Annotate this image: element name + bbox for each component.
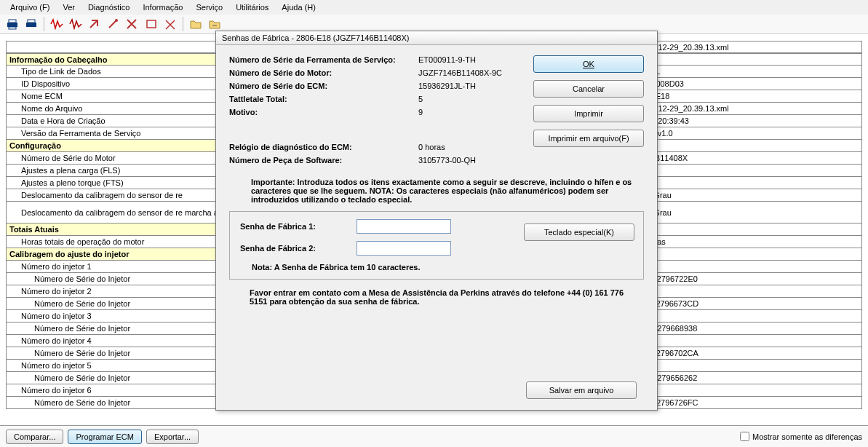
ok-button[interactable]: OK xyxy=(533,55,644,73)
compare-button[interactable]: Comparar... xyxy=(6,430,63,444)
info-label: Tattletale Total: xyxy=(229,95,418,103)
special-keyboard-button[interactable]: Teclado especial(K) xyxy=(524,224,634,241)
info-label: Número de Série do Motor: xyxy=(229,68,418,77)
menu-informacao[interactable]: Informação xyxy=(137,1,188,13)
program-ecm-button[interactable]: Programar ECM xyxy=(68,430,141,444)
print-button[interactable]: Imprimir xyxy=(533,105,644,122)
svg-point-5 xyxy=(115,19,118,22)
tool3-icon[interactable] xyxy=(124,16,140,32)
save-file-button[interactable]: Salvar em arquivo xyxy=(526,381,637,399)
menu-ajuda[interactable]: Ajuda (H) xyxy=(276,1,321,13)
info-label: Motivo: xyxy=(229,108,418,116)
export-button[interactable]: Exportar... xyxy=(146,430,199,444)
info-value: 3105773-00-QH xyxy=(418,156,644,165)
info-label: Número de Série da Ferramenta de Serviço… xyxy=(229,55,418,64)
tool4-icon[interactable] xyxy=(143,16,159,32)
info-label: Número de Peça de Software: xyxy=(229,156,418,165)
svg-rect-3 xyxy=(26,23,36,27)
printer-icon[interactable] xyxy=(4,16,20,32)
contact-note: Favor entrar em contato com a Mesa de As… xyxy=(250,288,642,306)
wave-icon[interactable] xyxy=(49,16,65,32)
factory-password-1-input[interactable] xyxy=(357,219,451,234)
menu-arquivo[interactable]: Arquivo (F) xyxy=(4,1,55,13)
menu-servico[interactable]: Serviço xyxy=(190,1,228,13)
tool2-icon[interactable] xyxy=(105,16,122,32)
menu-diagnostico[interactable]: Diagnóstico xyxy=(82,1,135,13)
tool1-icon[interactable] xyxy=(87,16,103,32)
bottom-bar: Comparar... Programar ECM Exportar... Mo… xyxy=(0,425,868,447)
menu-utilitarios[interactable]: Utilitários xyxy=(230,1,274,13)
info-label: Número de Série do ECM: xyxy=(229,82,418,90)
folder-icon[interactable] xyxy=(188,16,204,32)
svg-rect-6 xyxy=(147,20,156,28)
cancel-button[interactable]: Cancelar xyxy=(533,80,644,98)
show-diff-text: Mostrar somente as diferenças xyxy=(752,432,862,441)
password-note: Nota: A Senha de Fábrica tem 10 caracter… xyxy=(252,263,633,272)
svg-rect-2 xyxy=(9,27,16,29)
wave2-icon[interactable] xyxy=(68,16,84,32)
svg-rect-0 xyxy=(7,23,17,27)
factory-password-2-input[interactable] xyxy=(357,241,451,256)
factory-password-dialog: Senhas de Fábrica - 2806-E18 (JGZF7146B1… xyxy=(215,31,658,411)
menu-bar: Arquivo (F) Ver Diagnóstico Informação S… xyxy=(0,0,868,15)
svg-rect-4 xyxy=(28,20,35,23)
menu-ver[interactable]: Ver xyxy=(57,1,81,13)
pw2-label: Senha de Fábrica 2: xyxy=(240,244,357,253)
folder2-icon[interactable] xyxy=(207,16,223,32)
tool5-icon[interactable] xyxy=(162,16,178,32)
show-diff-checkbox-label[interactable]: Mostrar somente as diferenças xyxy=(740,432,862,441)
info-label: Relógio de diagnóstico do ECM: xyxy=(229,143,418,151)
print-file-button[interactable]: Imprimir em arquivo(F) xyxy=(533,130,644,147)
show-diff-checkbox[interactable] xyxy=(740,432,749,441)
pw1-label: Senha de Fábrica 1: xyxy=(240,222,357,231)
dialog-title: Senhas de Fábrica - 2806-E18 (JGZF7146B1… xyxy=(216,31,657,45)
svg-rect-1 xyxy=(9,20,16,23)
password-group: Teclado especial(K) Senha de Fábrica 1: … xyxy=(229,211,644,280)
printer2-icon[interactable] xyxy=(23,16,39,32)
important-note: Importante: Introduza todos os itens exa… xyxy=(251,178,637,204)
